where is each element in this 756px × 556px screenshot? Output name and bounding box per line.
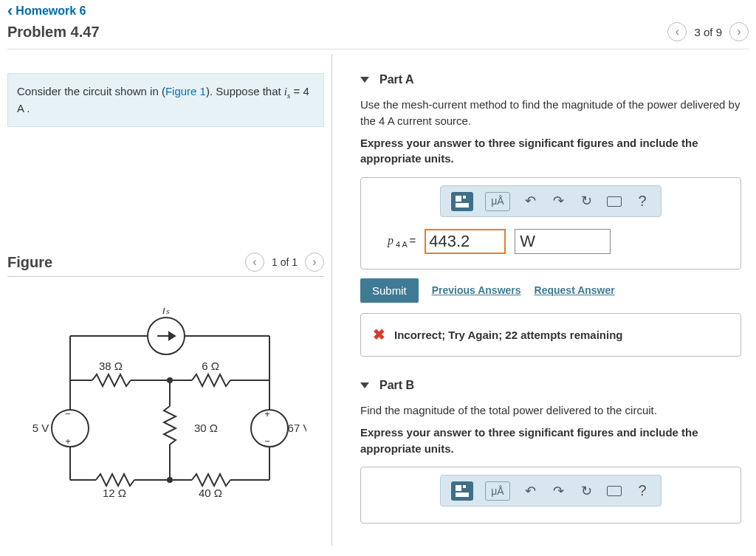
- svg-rect-37: [456, 196, 461, 202]
- part-b-header[interactable]: Part B: [360, 379, 741, 392]
- svg-text:5 V: 5 V: [32, 422, 49, 434]
- svg-text:6 Ω: 6 Ω: [202, 360, 219, 372]
- svg-text:40 Ω: 40 Ω: [198, 487, 221, 499]
- figure-next-button[interactable]: ›: [305, 253, 324, 272]
- part-b-instruction: Express your answer to three significant…: [360, 425, 741, 457]
- figure-pager: ‹ 1 of 1 ›: [245, 253, 324, 272]
- feedback-box: ✖ Incorrect; Try Again; 22 attempts rema…: [360, 313, 741, 357]
- answer-toolbar-b: μÅ ↶ ↷ ↻ ?: [440, 475, 662, 507]
- help-button[interactable]: ?: [634, 480, 650, 501]
- back-to-assignment-link[interactable]: ‹ Homework 6: [7, 4, 749, 18]
- part-b-prompt: Find the magnitude of the total power de…: [360, 402, 741, 419]
- problem-intro: Consider the circuit shown in (Figure 1)…: [7, 73, 324, 127]
- incorrect-icon: ✖: [373, 324, 385, 346]
- figure-link[interactable]: Figure 1: [165, 85, 206, 97]
- svg-text:+: +: [65, 436, 71, 447]
- svg-rect-40: [456, 485, 461, 491]
- redo-button[interactable]: ↷: [550, 191, 566, 210]
- units-button[interactable]: μÅ: [485, 481, 510, 501]
- part-a-prompt: Use the mesh-current method to find the …: [360, 97, 741, 129]
- chevron-left-icon: ‹: [7, 5, 13, 17]
- collapse-icon: [360, 382, 369, 388]
- problem-pager: ‹ 3 of 9 ›: [667, 22, 749, 41]
- circuit-figure: − + + − iₛ 38 Ω 6 Ω 5 V 30 Ω 67 V 12 Ω 4…: [7, 306, 324, 513]
- request-answer-link[interactable]: Request Answer: [535, 283, 615, 298]
- svg-rect-38: [463, 196, 466, 199]
- keyboard-button[interactable]: [606, 486, 622, 496]
- units-button[interactable]: μÅ: [485, 192, 510, 211]
- svg-text:38 Ω: 38 Ω: [98, 360, 122, 372]
- previous-answers-link[interactable]: Previous Answers: [432, 283, 521, 298]
- figure-title: Figure: [7, 254, 52, 271]
- svg-text:+: +: [264, 408, 270, 419]
- svg-text:12 Ω: 12 Ω: [102, 487, 126, 499]
- figure-prev-button[interactable]: ‹: [245, 253, 264, 272]
- svg-rect-42: [456, 492, 469, 497]
- collapse-icon: [360, 77, 369, 83]
- svg-text:−: −: [65, 408, 71, 419]
- svg-text:−: −: [264, 436, 270, 447]
- part-a-answer-box: μÅ ↶ ↷ ↻ ? p 4 A =: [360, 177, 741, 270]
- answer-toolbar: μÅ ↶ ↷ ↻ ?: [440, 185, 662, 217]
- submit-button[interactable]: Submit: [360, 278, 419, 303]
- undo-button[interactable]: ↶: [522, 191, 538, 210]
- answer-unit-input[interactable]: [515, 229, 611, 254]
- reset-button[interactable]: ↻: [578, 191, 594, 210]
- help-button[interactable]: ?: [634, 191, 650, 212]
- svg-rect-41: [463, 485, 466, 488]
- keyboard-button[interactable]: [606, 196, 622, 207]
- part-a-instruction: Express your answer to three significant…: [360, 135, 741, 168]
- next-problem-button[interactable]: ›: [729, 22, 749, 41]
- svg-rect-39: [456, 203, 469, 207]
- prev-problem-button[interactable]: ‹: [667, 22, 687, 41]
- part-b-title: Part B: [379, 379, 414, 392]
- template-button[interactable]: [451, 481, 473, 501]
- svg-marker-4: [169, 332, 175, 340]
- svg-text:67 V: 67 V: [287, 422, 306, 434]
- answer-value-input[interactable]: [425, 229, 506, 254]
- answer-variable-label: p 4 A =: [388, 232, 416, 251]
- redo-button[interactable]: ↷: [550, 481, 566, 501]
- part-b-answer-box: μÅ ↶ ↷ ↻ ?: [360, 467, 741, 524]
- part-a-header[interactable]: Part A: [360, 73, 741, 86]
- reset-button[interactable]: ↻: [578, 481, 594, 501]
- undo-button[interactable]: ↶: [522, 481, 538, 501]
- svg-text:iₛ: iₛ: [162, 306, 169, 316]
- template-button[interactable]: [451, 192, 473, 211]
- part-a-title: Part A: [379, 73, 414, 86]
- svg-text:30 Ω: 30 Ω: [194, 422, 218, 434]
- feedback-text: Incorrect; Try Again; 22 attempts remain…: [394, 327, 623, 343]
- pager-text: 3 of 9: [694, 26, 722, 38]
- figure-pager-text: 1 of 1: [272, 256, 298, 268]
- problem-title: Problem 4.47: [7, 24, 100, 41]
- back-link-label: Homework 6: [16, 4, 86, 18]
